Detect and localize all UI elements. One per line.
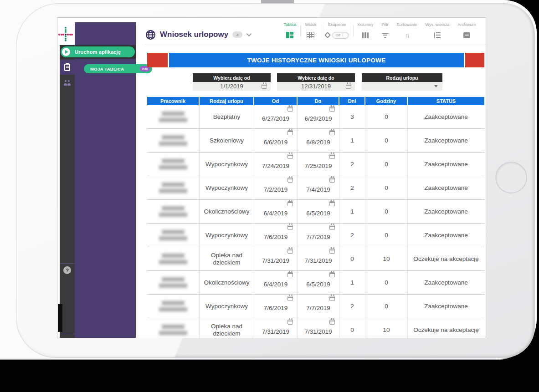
table-body: Bezpłatny6/27/20196/29/201930Zaakceptowa… (147, 105, 484, 338)
toolbar-item-widok[interactable]: Widok (301, 22, 320, 39)
focus-toggle[interactable]: Off (332, 32, 349, 39)
column-header-godziny: Godziny (365, 97, 408, 105)
leave-type-cell-text: Okolicznościowy (204, 208, 250, 215)
days-cell: 1 (339, 200, 365, 223)
employee-cell (147, 200, 200, 223)
status-cell-text: Zaakceptowane (424, 161, 467, 168)
status-cell: Zaakceptowane (408, 224, 484, 247)
row-height-icon (434, 32, 441, 38)
columns-icon (362, 32, 369, 38)
toolbar-item-wys-wiersza[interactable]: Wys. wiersza (421, 22, 454, 39)
date-from-cell-text: 6/6/2019 (264, 139, 288, 146)
date-to-cell: 7/7/2019 (298, 224, 339, 247)
employee-cell (147, 153, 200, 176)
table-row: Wypoczynkowy7/6/20197/7/201920Zaakceptow… (147, 295, 484, 318)
status-cell: Zaakceptowane (408, 295, 484, 318)
hours-cell-text: 0 (385, 232, 388, 239)
calendar-icon (287, 249, 293, 254)
date-from-cell-text: 6/4/2019 (264, 281, 288, 288)
date-from-cell-text: 6/27/2019 (262, 115, 289, 122)
leave-type-cell-text: Opieka nad dzieckiem (202, 252, 252, 266)
days-cell: 0 (339, 247, 365, 270)
calendar-icon (329, 130, 335, 135)
hours-cell: 0 (365, 200, 408, 223)
toolbar-item-sortowanie[interactable]: Sortowanie (393, 22, 421, 39)
employee-cell (147, 129, 200, 152)
date-from-cell: 7/24/2019 (254, 153, 298, 176)
employee-name-redacted (159, 183, 187, 193)
column-header-pracownik: Pracownik (147, 97, 200, 105)
days-cell-text: 2 (350, 184, 354, 192)
date-from-input[interactable]: 1/1/2019 (193, 82, 271, 91)
toolbar-item-kolumny[interactable]: Kolumny (354, 22, 378, 39)
date-to-cell: 6/5/2019 (298, 271, 339, 294)
date-to-cell-text: 6/5/2019 (306, 281, 330, 288)
sidebar-rail: ? (60, 45, 75, 338)
status-cell-text: Zaakceptowane (424, 184, 467, 192)
hours-cell: 0 (365, 153, 408, 176)
calendar-icon (287, 178, 293, 183)
hours-cell-text: 0 (385, 208, 388, 215)
date-to-cell-text: 7/31/2019 (304, 257, 332, 265)
filter-date-to: Wybierz datę do 12/31/2019 (277, 73, 355, 91)
table-row: Opieka nad dzieckiem7/31/20197/31/201901… (147, 318, 484, 338)
hours-cell-text: 0 (385, 279, 388, 286)
filter-icon (382, 33, 389, 38)
help-icon: ? (66, 268, 69, 273)
rail-divider (60, 263, 75, 264)
app-logo-icon[interactable] (58, 27, 74, 42)
status-cell-text: Zaakceptowane (424, 303, 467, 310)
days-cell-text: 2 (350, 161, 354, 168)
calendar-icon (287, 130, 293, 135)
toolbar-item-skupienie[interactable]: SkupienieOff (321, 22, 353, 39)
status-cell-text: Zaakceptowane (424, 113, 467, 121)
home-button[interactable] (495, 162, 527, 193)
archive-icon (463, 32, 470, 38)
toolbar-item-label: Sortowanie (397, 22, 417, 27)
filter-leave-type-label: Rodzaj urlopu (362, 73, 442, 82)
date-to-cell: 6/29/2019 (298, 105, 339, 128)
days-cell: 2 (339, 224, 365, 247)
drawer-handle[interactable] (58, 304, 62, 332)
calendar-icon (287, 320, 293, 325)
run-app-button[interactable]: Uruchom aplikację (61, 46, 135, 57)
clipboard-icon (64, 64, 70, 71)
hours-cell-text: 0 (385, 137, 388, 144)
employee-name-redacted (159, 112, 187, 122)
table-row: Opieka nad dzieckiem7/31/20197/31/201901… (147, 247, 484, 271)
help-button[interactable]: ? (63, 266, 71, 274)
leave-type-cell: Wypoczynkowy (200, 224, 254, 247)
leave-type-select[interactable] (362, 82, 442, 91)
banner-row: TWOJE HISTORYCZNE WNIOSKI URLOPOWE (147, 53, 484, 67)
employee-cell (147, 224, 200, 247)
status-cell-text: Zaakceptowane (424, 279, 467, 286)
date-to-input[interactable]: 12/31/2019 (277, 82, 355, 91)
calendar-icon (287, 107, 293, 112)
filter-date-from-label: Wybierz datę od (193, 73, 271, 82)
board-pill-button[interactable]: MOJA TABLICA 230 (84, 64, 152, 73)
sidebar-item-team[interactable] (60, 75, 75, 90)
page-title: Wniosek urlopowy (160, 30, 228, 39)
toolbar-item-filtr[interactable]: Filtr (378, 22, 393, 39)
date-to-cell: 7/31/2019 (298, 318, 339, 338)
date-to-value: 12/31/2019 (301, 83, 331, 90)
date-to-cell-text: 7/7/2019 (306, 234, 330, 241)
leave-type-cell-text: Opieka nad dzieckiem (202, 323, 252, 337)
toolbar-item-archiwum[interactable]: Archiwum (453, 22, 480, 39)
date-from-cell: 6/6/2019 (254, 129, 298, 152)
days-cell-text: 3 (350, 113, 354, 121)
toolbar: TablicaWidokSkupienieOffKolumnyFiltrSort… (279, 22, 480, 39)
date-to-cell-text: 6/8/2019 (306, 139, 330, 146)
employee-cell (147, 295, 200, 318)
toolbar-item-tablica[interactable]: Tablica (279, 22, 300, 39)
table-row: Wypoczynkowy7/2/20197/4/201920Zaakceptow… (147, 176, 484, 200)
sidebar-item-board[interactable] (60, 60, 75, 75)
chevron-down-icon[interactable] (246, 31, 252, 36)
kanban-icon (286, 31, 293, 39)
leave-type-cell: Opieka nad dzieckiem (200, 318, 254, 338)
column-header-do: Do (298, 97, 339, 105)
sidebar-panel: MOJA TABLICA 230 (75, 22, 136, 338)
focus-diamond-icon (324, 32, 330, 38)
toolbar-item-label: Skupienie (328, 22, 346, 27)
date-to-cell: 7/7/2019 (298, 295, 339, 318)
